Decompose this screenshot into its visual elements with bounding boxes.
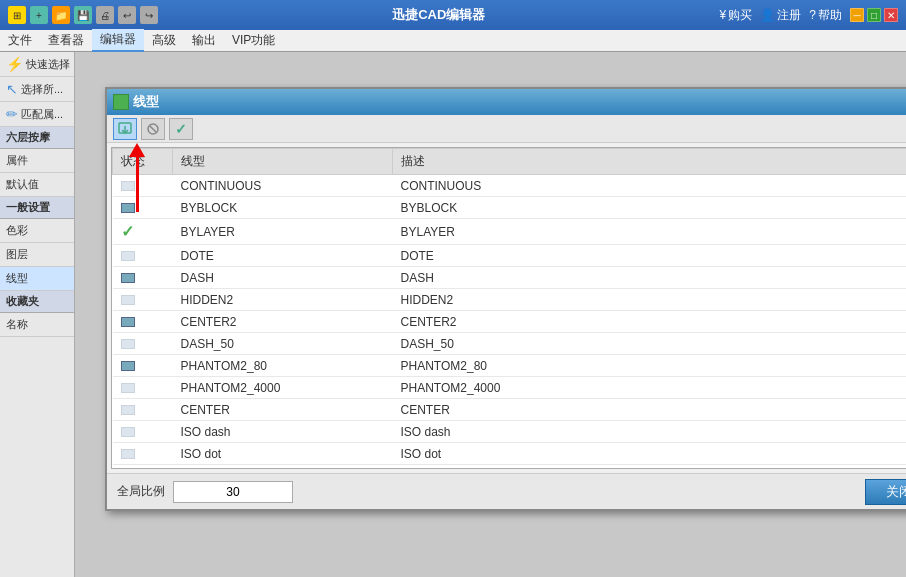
menu-file[interactable]: 文件 bbox=[0, 30, 40, 51]
diamond-status-icon bbox=[121, 361, 135, 371]
col-header-desc: 描述 bbox=[393, 149, 907, 175]
diamond-status-icon bbox=[121, 317, 135, 327]
cell-status bbox=[113, 197, 173, 219]
colors[interactable]: 色彩 bbox=[0, 219, 74, 243]
table-row[interactable]: DASHDASH bbox=[113, 267, 907, 289]
open-icon: 📁 bbox=[52, 6, 70, 24]
table-row[interactable]: DASH_50DASH_50 bbox=[113, 333, 907, 355]
table-row[interactable]: ✓BYLAYERBYLAYER bbox=[113, 219, 907, 245]
match-prop[interactable]: ✏ 匹配属... bbox=[0, 102, 74, 127]
table-row[interactable]: DOTEDOTE bbox=[113, 245, 907, 267]
cell-linetype: DOTE bbox=[173, 245, 393, 267]
dialog-title-area: 线型 bbox=[113, 93, 159, 111]
quick-select[interactable]: ⚡ 快速选择 bbox=[0, 52, 74, 77]
name[interactable]: 名称 bbox=[0, 313, 74, 337]
empty-status-icon bbox=[121, 251, 135, 261]
table-row[interactable]: BYBLOCKBYBLOCK bbox=[113, 197, 907, 219]
cell-linetype: PHANTOM2_4000 bbox=[173, 377, 393, 399]
user-icon: 👤 bbox=[760, 8, 775, 22]
cell-description: PHANTOM2_4000 bbox=[393, 377, 907, 399]
select-icon: ↖ bbox=[6, 81, 18, 97]
quick-select-icon: ⚡ bbox=[6, 56, 23, 72]
cell-status bbox=[113, 421, 173, 443]
section-layers: 六层按摩 bbox=[0, 127, 74, 149]
menu-editor[interactable]: 编辑器 bbox=[92, 29, 144, 52]
title-row: ⊞ + 📁 💾 🖨 ↩ ↪ 迅捷CAD编辑器 ¥ 购买 👤 注册 bbox=[0, 0, 906, 30]
linetypes[interactable]: 线型 bbox=[0, 267, 74, 291]
purchase-link[interactable]: ¥ 购买 bbox=[720, 7, 753, 24]
footer-close-btn[interactable]: 关闭 bbox=[865, 479, 906, 505]
empty-status-icon bbox=[121, 405, 135, 415]
cell-status bbox=[113, 333, 173, 355]
table-row[interactable]: ISO dashISO dash bbox=[113, 421, 907, 443]
help-icon: ? bbox=[809, 8, 816, 22]
select-all[interactable]: ↖ 选择所... bbox=[0, 77, 74, 102]
help-link[interactable]: ? 帮助 bbox=[809, 7, 842, 24]
cell-linetype: ISO dash dot bbox=[173, 465, 393, 469]
cell-status: ✓ bbox=[113, 219, 173, 245]
print-icon: 🖨 bbox=[96, 6, 114, 24]
table-scroll[interactable]: 状态 线型 描述 CONTINUOUSCONTINUOUSBYBLOCKBYBL… bbox=[112, 148, 906, 468]
app-title: 迅捷CAD编辑器 bbox=[392, 6, 485, 24]
table-row[interactable]: CENTERCENTER bbox=[113, 399, 907, 421]
diamond-status-icon bbox=[121, 203, 135, 213]
close-btn[interactable]: ✕ bbox=[884, 8, 898, 22]
delete-linetype-btn[interactable] bbox=[141, 118, 165, 140]
confirm-btn[interactable]: ✓ bbox=[169, 118, 193, 140]
undo-icon: ↩ bbox=[118, 6, 136, 24]
menu-vip[interactable]: VIP功能 bbox=[224, 30, 283, 51]
cell-description: DASH bbox=[393, 267, 907, 289]
cell-linetype: HIDDEN2 bbox=[173, 289, 393, 311]
load-linetype-btn[interactable] bbox=[113, 118, 137, 140]
table-row[interactable]: PHANTOM2_4000PHANTOM2_4000 bbox=[113, 377, 907, 399]
window-controls: ─ □ ✕ bbox=[850, 8, 898, 22]
empty-status-icon bbox=[121, 427, 135, 437]
linetype-table: 状态 线型 描述 CONTINUOUSCONTINUOUSBYBLOCKBYBL… bbox=[112, 148, 906, 468]
cell-linetype: CENTER2 bbox=[173, 311, 393, 333]
cell-linetype: ISO dash bbox=[173, 421, 393, 443]
table-row[interactable]: ISO dash dotISO dash dot bbox=[113, 465, 907, 469]
cell-description: BYLAYER bbox=[393, 219, 907, 245]
empty-status-icon bbox=[121, 449, 135, 459]
cell-status bbox=[113, 267, 173, 289]
section-general: 一般设置 bbox=[0, 197, 74, 219]
save-icon: 💾 bbox=[74, 6, 92, 24]
default-values[interactable]: 默认值 bbox=[0, 173, 74, 197]
cell-status bbox=[113, 399, 173, 421]
table-row[interactable]: PHANTOM2_80PHANTOM2_80 bbox=[113, 355, 907, 377]
scale-input[interactable] bbox=[173, 481, 293, 503]
cell-description: HIDDEN2 bbox=[393, 289, 907, 311]
table-row[interactable]: ISO dotISO dot bbox=[113, 443, 907, 465]
properties[interactable]: 属件 bbox=[0, 149, 74, 173]
cell-linetype: CONTINUOUS bbox=[173, 175, 393, 197]
cell-description: DASH_50 bbox=[393, 333, 907, 355]
cell-linetype: BYBLOCK bbox=[173, 197, 393, 219]
menu-viewer[interactable]: 查看器 bbox=[40, 30, 92, 51]
table-row[interactable]: CONTINUOUSCONTINUOUS bbox=[113, 175, 907, 197]
svg-line-3 bbox=[150, 126, 156, 132]
check-icon: ✓ bbox=[175, 121, 187, 137]
minimize-btn[interactable]: ─ bbox=[850, 8, 864, 22]
layers[interactable]: 图层 bbox=[0, 243, 74, 267]
app-frame: ⊞ + 📁 💾 🖨 ↩ ↪ 迅捷CAD编辑器 ¥ 购买 👤 注册 bbox=[0, 0, 906, 577]
new-icon: + bbox=[30, 6, 48, 24]
cell-linetype: CENTER bbox=[173, 399, 393, 421]
menu-output[interactable]: 输出 bbox=[184, 30, 224, 51]
table-wrapper: 状态 线型 描述 CONTINUOUSCONTINUOUSBYBLOCKBYBL… bbox=[111, 147, 906, 469]
col-header-linetype: 线型 bbox=[173, 149, 393, 175]
cell-status bbox=[113, 443, 173, 465]
register-link[interactable]: 👤 注册 bbox=[760, 7, 801, 24]
col-header-status: 状态 bbox=[113, 149, 173, 175]
dialog-titlebar: 线型 ✕ bbox=[107, 89, 906, 115]
cell-status bbox=[113, 465, 173, 469]
menu-advanced[interactable]: 高级 bbox=[144, 30, 184, 51]
maximize-btn[interactable]: □ bbox=[867, 8, 881, 22]
header-right: ¥ 购买 👤 注册 ? 帮助 ─ □ ✕ bbox=[720, 7, 898, 24]
cell-description: CENTER2 bbox=[393, 311, 907, 333]
check-status-icon: ✓ bbox=[121, 223, 134, 240]
table-row[interactable]: CENTER2CENTER2 bbox=[113, 311, 907, 333]
cell-status bbox=[113, 245, 173, 267]
cell-description: CONTINUOUS bbox=[393, 175, 907, 197]
app-icon: ⊞ bbox=[8, 6, 26, 24]
table-row[interactable]: HIDDEN2HIDDEN2 bbox=[113, 289, 907, 311]
